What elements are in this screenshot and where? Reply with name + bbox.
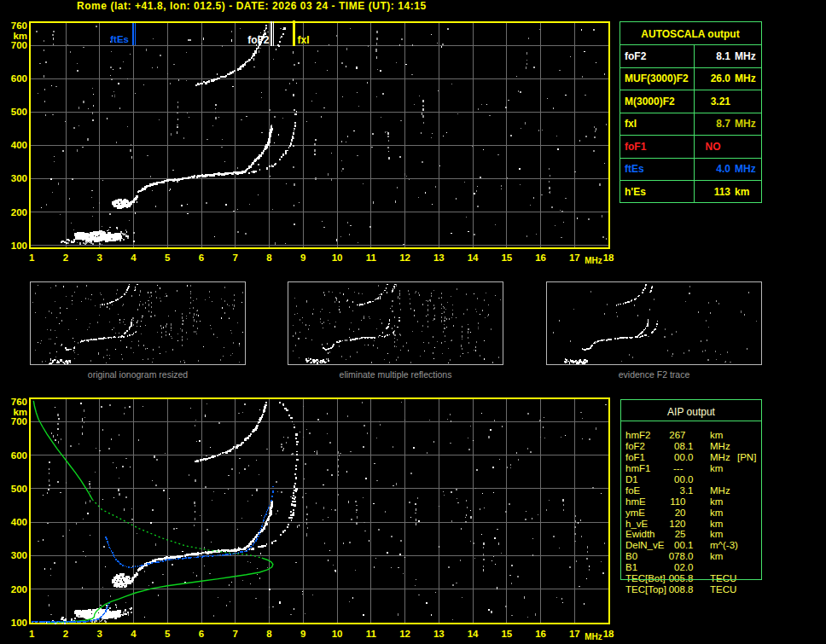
svg-text:km: km [710, 430, 723, 440]
svg-text:10: 10 [332, 629, 343, 639]
svg-text:MHz: MHz [710, 441, 730, 451]
svg-text:MHz: MHz [735, 163, 756, 175]
svg-text:foF1: foF1 [625, 452, 645, 462]
svg-text:18: 18 [603, 252, 614, 263]
svg-text:Ewidth: Ewidth [625, 529, 655, 539]
svg-text:AIP output: AIP output [667, 406, 715, 418]
svg-text:110: 110 [670, 496, 685, 507]
svg-text:3: 3 [97, 629, 102, 639]
svg-text:7: 7 [233, 252, 238, 263]
svg-text:ftEs: ftEs [625, 163, 644, 175]
svg-text:1: 1 [29, 252, 35, 263]
svg-text:7: 7 [233, 629, 238, 639]
svg-text:MHz: MHz [735, 50, 756, 62]
svg-text:foF2: foF2 [625, 441, 645, 451]
svg-text:13: 13 [433, 252, 445, 263]
svg-text:113: 113 [714, 186, 731, 198]
svg-text:11: 11 [366, 252, 377, 263]
svg-text:km: km [13, 407, 27, 417]
svg-text:17: 17 [569, 629, 580, 639]
svg-text:14: 14 [468, 629, 479, 639]
svg-text:100: 100 [11, 618, 27, 628]
svg-text:20: 20 [675, 508, 686, 518]
svg-text:TECU: TECU [710, 573, 736, 583]
svg-text:---: --- [673, 463, 683, 473]
svg-text:4: 4 [131, 252, 137, 263]
svg-text:original ionogram resized: original ionogram resized [88, 369, 188, 380]
svg-text:00.1: 00.1 [674, 540, 693, 550]
svg-text:B1: B1 [625, 562, 637, 572]
svg-text:18: 18 [603, 629, 614, 639]
svg-text:4.0: 4.0 [716, 163, 730, 175]
svg-text:h'Es: h'Es [625, 186, 646, 198]
svg-text:D1: D1 [625, 474, 638, 484]
svg-text:M(3000)F2: M(3000)F2 [625, 96, 675, 107]
svg-text:8: 8 [266, 252, 272, 263]
svg-text:ftEs: ftEs [110, 34, 129, 44]
svg-text:17: 17 [569, 252, 580, 263]
svg-text:km: km [13, 31, 27, 41]
svg-text:300: 300 [11, 550, 27, 560]
svg-text:foF2: foF2 [625, 50, 647, 62]
svg-text:16: 16 [535, 629, 546, 639]
svg-text:005.8: 005.8 [669, 573, 694, 583]
svg-text:267: 267 [669, 430, 685, 440]
svg-text:hmF1: hmF1 [625, 463, 650, 473]
svg-text:6: 6 [199, 629, 204, 639]
svg-text:5: 5 [165, 252, 171, 263]
svg-text:B0: B0 [625, 551, 637, 561]
svg-text:00.0: 00.0 [674, 452, 693, 462]
svg-text:15: 15 [501, 629, 512, 639]
svg-text:760: 760 [11, 20, 27, 31]
svg-text:100: 100 [11, 241, 27, 251]
svg-text:MHz: MHz [710, 485, 730, 496]
svg-text:ymE: ymE [625, 508, 645, 518]
svg-text:km: km [710, 463, 723, 473]
svg-text:evidence F2 trace: evidence F2 trace [619, 369, 690, 380]
svg-text:foE: foE [625, 485, 641, 496]
svg-text:760: 760 [11, 397, 27, 407]
svg-text:600: 600 [11, 73, 27, 84]
svg-text:TEC[Top]: TEC[Top] [625, 584, 666, 595]
svg-text:TEC[Bot]: TEC[Bot] [625, 573, 666, 583]
svg-text:km: km [710, 519, 723, 529]
svg-text:NO: NO [706, 141, 721, 153]
svg-text:MHz: MHz [585, 256, 602, 265]
svg-text:[PN]: [PN] [737, 452, 756, 462]
svg-text:700: 700 [11, 416, 27, 426]
svg-text:MHz: MHz [710, 452, 730, 462]
svg-text:m^(-3): m^(-3) [710, 540, 738, 550]
svg-text:foF1: foF1 [625, 141, 647, 153]
svg-text:12: 12 [399, 252, 410, 263]
svg-text:km: km [710, 496, 723, 507]
svg-text:11: 11 [366, 629, 377, 639]
svg-text:8.7: 8.7 [716, 118, 730, 130]
svg-text:10: 10 [332, 252, 343, 263]
svg-text:hmF2: hmF2 [625, 430, 650, 440]
svg-text:14: 14 [468, 252, 479, 263]
svg-text:13: 13 [433, 629, 445, 639]
svg-text:26.0: 26.0 [711, 73, 731, 84]
svg-text:008.8: 008.8 [669, 584, 694, 595]
svg-text:km: km [735, 186, 749, 198]
svg-text:h_vE: h_vE [625, 519, 649, 529]
svg-text:DelN_vE: DelN_vE [625, 540, 665, 550]
svg-text:16: 16 [535, 252, 546, 263]
svg-text:foF2: foF2 [247, 34, 270, 46]
svg-text:MUF(3000)F2: MUF(3000)F2 [625, 73, 689, 84]
svg-text:3: 3 [97, 252, 102, 263]
svg-text:400: 400 [11, 517, 27, 527]
svg-text:700: 700 [11, 40, 27, 50]
svg-text:1: 1 [29, 629, 35, 639]
svg-text:5: 5 [165, 629, 171, 639]
svg-text:25: 25 [675, 529, 686, 539]
svg-text:fxI: fxI [298, 34, 310, 46]
svg-text:120: 120 [669, 519, 685, 529]
svg-text:8.1: 8.1 [716, 50, 730, 62]
svg-text:eliminate multiple reflections: eliminate multiple reflections [340, 369, 452, 380]
svg-text:02.0: 02.0 [674, 562, 693, 572]
svg-text:MHz: MHz [735, 73, 756, 84]
svg-text:9: 9 [300, 252, 305, 263]
svg-text:3.1: 3.1 [680, 485, 694, 496]
svg-text:12: 12 [399, 629, 410, 639]
